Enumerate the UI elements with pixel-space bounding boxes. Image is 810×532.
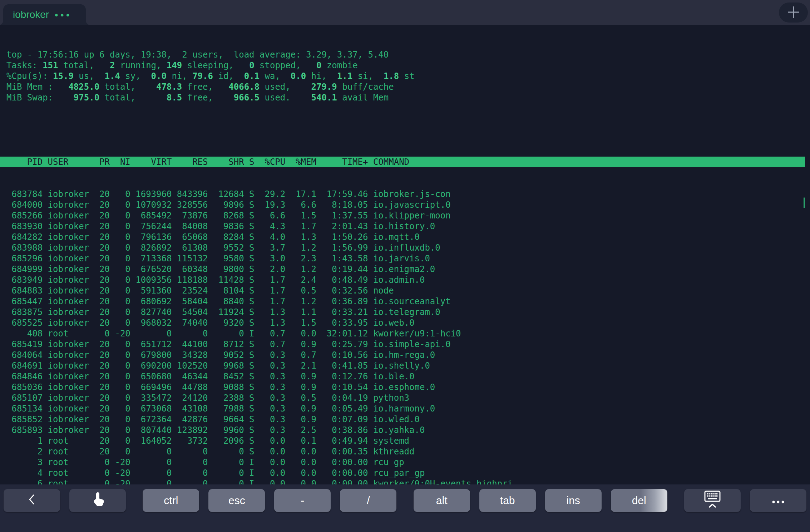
top-summary: top - 17:56:16 up 6 days, 19:38, 2 users… (6, 49, 810, 103)
keyboard-toggle-key[interactable] (684, 489, 741, 512)
scroll-indicator (804, 197, 805, 208)
summary-line: top - 17:56:16 up 6 days, 19:38, 2 users… (6, 49, 810, 60)
process-row: 685525 iobroker 20 0 968032 74040 9320 S… (6, 317, 810, 328)
summary-line: Tasks: 151 total, 2 running, 149 sleepin… (6, 60, 810, 71)
process-row: 4 root 0 -20 0 0 0 I 0.0 0.0 0:00.00 rcu… (6, 468, 810, 478)
process-row: 685419 iobroker 20 0 651712 44100 8712 S… (6, 339, 810, 350)
process-row: 684282 iobroker 20 0 796136 65068 8284 S… (6, 232, 810, 242)
process-row: 683949 iobroker 20 0 1009356 118188 1142… (6, 275, 810, 285)
app-window: iobroker ••• top - 17:56:16 up 6 days, 1… (0, 0, 810, 532)
key-group (684, 489, 806, 512)
key-group (4, 489, 126, 512)
key-label: ctrl (164, 494, 178, 507)
summary-line: MiB Swap: 975.0 total, 8.5 free, 966.5 u… (6, 92, 810, 103)
process-table: 683784 iobroker 20 0 1693960 843396 1268… (6, 189, 810, 484)
process-row: 408 root 0 -20 0 0 0 I 0.7 0.0 32:01.12 … (6, 328, 810, 339)
tab-menu-icon[interactable]: ••• (54, 10, 71, 20)
key-label: tab (500, 494, 515, 507)
process-row: 684691 iobroker 20 0 690200 102520 9968 … (6, 360, 810, 371)
ellipsis-icon (771, 494, 785, 507)
key-label: del (632, 494, 646, 507)
process-row: 684883 iobroker 20 0 591360 23524 8104 S… (6, 285, 810, 296)
ins-key[interactable]: ins (545, 489, 602, 512)
process-row: 684999 iobroker 20 0 676520 60348 9800 S… (6, 264, 810, 275)
process-row: 685266 iobroker 20 0 685492 73876 8268 S… (6, 210, 810, 221)
process-row: 2 root 20 0 0 0 0 S 0.0 0.0 0:00.35 kthr… (6, 446, 810, 457)
del-key[interactable]: del (611, 489, 667, 512)
keyboard-chevron-up-icon (701, 490, 723, 511)
chevron-left-icon (27, 493, 37, 509)
key-label: / (367, 494, 370, 507)
touch-mode-key[interactable] (69, 489, 126, 512)
dash-key[interactable]: - (274, 489, 331, 512)
blank-line (6, 124, 810, 135)
ctrl-key[interactable]: ctrl (143, 489, 199, 512)
process-row: 684000 iobroker 20 0 1070932 328556 9896… (6, 200, 810, 210)
process-table-header: PID USER PR NI VIRT RES SHR S %CPU %MEM … (0, 157, 805, 167)
process-row: 683988 iobroker 20 0 826892 61308 9552 S… (6, 242, 810, 253)
tab-title: iobroker (13, 9, 49, 20)
process-row: 685134 iobroker 20 0 673068 43108 7988 S… (6, 403, 810, 414)
touch-pointer-icon (91, 492, 104, 510)
summary-line: MiB Mem : 4825.0 total, 478.3 free, 4066… (6, 82, 810, 92)
key-label: alt (436, 494, 448, 507)
process-row: 683875 iobroker 20 0 827740 54504 11924 … (6, 307, 810, 317)
process-row: 685036 iobroker 20 0 669496 44788 9088 S… (6, 382, 810, 393)
process-row: 685107 iobroker 20 0 335472 24120 2388 S… (6, 393, 810, 403)
process-row: 6 root 0 -20 0 0 0 I 0.0 0.0 0:00.00 kwo… (6, 478, 810, 484)
plus-icon (786, 5, 801, 21)
terminal-output[interactable]: top - 17:56:16 up 6 days, 19:38, 2 users… (0, 25, 810, 484)
process-row: 684064 iobroker 20 0 679800 34328 9052 S… (6, 350, 810, 360)
key-label: ins (566, 494, 580, 507)
tab-bar: iobroker ••• (0, 0, 810, 25)
summary-line: %Cpu(s): 15.9 us, 1.4 sy, 0.0 ni, 79.6 i… (6, 71, 810, 82)
tab-iobroker[interactable]: iobroker ••• (3, 4, 86, 25)
process-row: 1 root 20 0 164052 3732 2096 S 0.0 0.1 0… (6, 435, 810, 446)
process-row: 685893 iobroker 20 0 807440 123892 9960 … (6, 425, 810, 435)
process-row: 685296 iobroker 20 0 713368 115132 9580 … (6, 253, 810, 264)
process-row: 683784 iobroker 20 0 1693960 843396 1268… (6, 189, 810, 200)
slash-key[interactable]: / (340, 489, 396, 512)
tab-key[interactable]: tab (479, 489, 536, 512)
process-row: 683930 iobroker 20 0 756244 84008 9836 S… (6, 221, 810, 232)
key-group: alttabinsdel (414, 489, 667, 512)
key-group: ctrlesc-/ (143, 489, 396, 512)
new-tab-button[interactable] (779, 3, 808, 23)
process-row: 3 root 0 -20 0 0 0 I 0.0 0.0 0:00.00 rcu… (6, 457, 810, 468)
process-row: 685852 iobroker 20 0 672364 42876 9664 S… (6, 414, 810, 425)
back-key[interactable] (4, 489, 60, 512)
process-row: 684846 iobroker 20 0 650680 46344 8452 S… (6, 371, 810, 382)
key-label: esc (228, 494, 245, 507)
key-toolbar: ctrlesc-/alttabinsdel (0, 484, 810, 532)
more-keys-key[interactable] (750, 489, 806, 512)
esc-key[interactable]: esc (208, 489, 265, 512)
process-row: 685447 iobroker 20 0 680692 58404 8840 S… (6, 296, 810, 307)
alt-key[interactable]: alt (414, 489, 470, 512)
key-label: - (301, 494, 304, 507)
